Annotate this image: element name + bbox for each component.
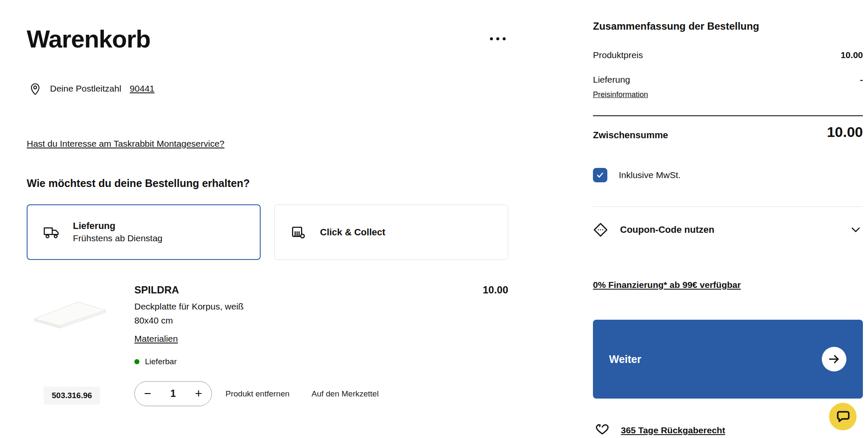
product-image[interactable] — [27, 280, 111, 350]
quantity-value: 1 — [170, 388, 176, 399]
availability-dot-icon — [134, 359, 139, 364]
availability-label: Lieferbar — [145, 357, 177, 366]
product-description: Deckplatte für Korpus, weiß — [134, 301, 244, 312]
page-title: Warenkorb — [27, 25, 150, 53]
postal-code-label: Deine Postleitzahl — [50, 84, 121, 94]
quantity-increase-button[interactable]: + — [195, 388, 202, 400]
more-options-button[interactable] — [487, 34, 509, 44]
delivery-option-title: Click & Collect — [320, 226, 385, 239]
add-to-wishlist-link[interactable]: Auf den Merkzettel — [312, 389, 378, 399]
cart-page: Warenkorb Deine Postleitzahl 90441 Hast … — [0, 0, 868, 438]
ellipsis-icon — [496, 37, 499, 40]
article-number-badge: 503.316.96 — [44, 387, 100, 405]
coupon-label: Coupon-Code nutzen — [620, 224, 714, 235]
returns-policy-link[interactable]: 365 Tage Rückgaberecht — [595, 423, 725, 438]
product-size: 80x40 cm — [134, 315, 173, 326]
vat-checkbox[interactable] — [593, 168, 607, 182]
summary-title: Zusammenfassung der Bestellung — [593, 20, 759, 32]
chat-bubble-icon — [835, 410, 851, 424]
availability-status: Lieferbar — [134, 357, 177, 366]
price-info-link[interactable]: Preisinformation — [593, 90, 648, 99]
vat-row: Inklusive MwSt. — [593, 168, 681, 182]
summary-divider-thin — [593, 206, 863, 207]
summary-divider — [593, 115, 863, 116]
subtotal-label: Zwischensumme — [593, 130, 668, 141]
location-pin-icon — [29, 81, 42, 96]
postal-code-row: Deine Postleitzahl 90441 — [29, 81, 155, 96]
subtotal-value: 10.00 — [827, 124, 863, 140]
ellipsis-icon — [490, 37, 493, 40]
order-summary-panel: Zusammenfassung der Bestellung Produktpr… — [593, 0, 863, 438]
store-icon — [290, 226, 307, 239]
coupon-code-toggle[interactable]: Coupon-Code nutzen — [593, 220, 863, 240]
delivery-option-title: Lieferung — [73, 220, 162, 232]
checkmark-icon — [596, 171, 604, 179]
price-tag-icon — [593, 222, 608, 237]
arrow-right-icon — [828, 353, 840, 365]
product-name[interactable]: SPILDRA — [134, 284, 179, 296]
delivery-option-click-collect[interactable]: Click & Collect — [274, 204, 508, 260]
materials-link[interactable]: Materialien — [134, 334, 178, 344]
chat-button[interactable] — [829, 403, 857, 430]
vat-label: Inklusive MwSt. — [619, 170, 681, 180]
postal-code-link[interactable]: 90441 — [130, 84, 154, 94]
delivery-option-subtitle: Frühstens ab Dienstag — [73, 232, 162, 244]
continue-button-label: Weiter — [609, 353, 641, 365]
product-price-label: Produktpreis — [593, 50, 643, 60]
remove-product-link[interactable]: Produkt entfernen — [225, 389, 289, 399]
delivery-options: Lieferung Frühstens ab Dienstag Click & … — [27, 204, 508, 260]
continue-button[interactable]: Weiter — [593, 320, 863, 399]
taskrabbit-service-link[interactable]: Hast du Interesse am Taskrabbit Montages… — [27, 139, 225, 149]
chevron-down-icon — [850, 224, 861, 235]
product-price: 10.00 — [407, 284, 508, 296]
financing-link[interactable]: 0% Finanzierung* ab 99€ verfügbar — [593, 280, 741, 290]
quantity-decrease-button[interactable]: − — [144, 388, 151, 400]
delivery-option-lieferung[interactable]: Lieferung Frühstens ab Dienstag — [27, 204, 261, 260]
arrow-right-circle — [822, 347, 846, 371]
delivery-question-heading: Wie möchtest du deine Bestellung erhalte… — [27, 177, 250, 190]
truck-icon — [43, 226, 60, 239]
product-panel-image — [27, 280, 111, 350]
delivery-price-value: - — [860, 75, 863, 85]
ellipsis-icon — [503, 37, 506, 40]
heart-return-icon — [595, 423, 610, 438]
returns-policy-label: 365 Tage Rückgaberecht — [621, 425, 725, 435]
product-price-value: 10.00 — [840, 50, 863, 60]
quantity-stepper: − 1 + — [134, 381, 212, 406]
delivery-price-label: Lieferung — [593, 75, 630, 85]
